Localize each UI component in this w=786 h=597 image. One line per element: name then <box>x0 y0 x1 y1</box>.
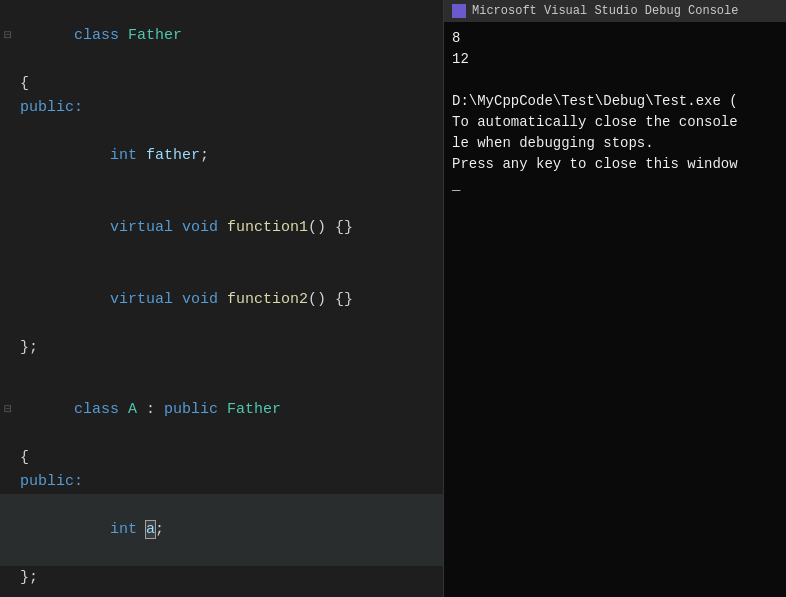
terminal-cursor: _ <box>452 177 460 193</box>
member-var: father <box>146 147 200 164</box>
keyword-int: int <box>110 521 146 538</box>
code-line: { <box>0 72 443 96</box>
output-cursor-line: _ <box>452 175 778 196</box>
output-line-2: 12 <box>452 49 778 70</box>
console-title-bar: Microsoft Visual Studio Debug Console <box>444 0 786 22</box>
code-line: public: <box>0 470 443 494</box>
brace: { <box>20 75 29 92</box>
code-line: ⊟ class A : public Father <box>0 374 443 446</box>
code-line: }; <box>0 566 443 590</box>
code-line: int father; <box>0 120 443 192</box>
code-editor[interactable]: ⊟ class Father { public: int father; vir… <box>0 0 443 597</box>
keyword-class: class <box>74 27 128 44</box>
console-title: Microsoft Visual Studio Debug Console <box>472 4 738 18</box>
func-name: function2 <box>227 291 308 308</box>
brace-close: }; <box>20 339 38 356</box>
keyword-class: class <box>74 401 128 418</box>
code-line: { <box>0 446 443 470</box>
keyword-void: void <box>182 291 227 308</box>
member-var-highlight: a <box>146 521 155 538</box>
collapse-gutter[interactable]: ⊟ <box>0 26 16 47</box>
collapse-gutter[interactable]: ⊟ <box>0 400 16 421</box>
output-blank <box>452 70 778 91</box>
class-name: Father <box>128 27 182 44</box>
code-line: virtual void function1() {} <box>0 192 443 264</box>
class-base: Father <box>227 401 281 418</box>
func-name: function1 <box>227 219 308 236</box>
console-output: 8 12 D:\MyCppCode\Test\Debug\Test.exe ( … <box>444 22 786 202</box>
section-gap <box>0 590 443 597</box>
output-line-3: D:\MyCppCode\Test\Debug\Test.exe ( <box>452 91 778 112</box>
output-line-5: le when debugging stops. <box>452 133 778 154</box>
code-line: ⊟ class Father <box>0 0 443 72</box>
code-line: virtual void function2() {} <box>0 264 443 336</box>
brace-close: }; <box>20 569 38 586</box>
keyword-int: int <box>110 147 146 164</box>
keyword-void: void <box>182 219 227 236</box>
keyword-public: public <box>164 401 227 418</box>
output-line-4: To automatically close the console <box>452 112 778 133</box>
code-line: }; <box>0 336 443 360</box>
keyword-virtual: virtual <box>110 219 182 236</box>
console-icon <box>452 4 466 18</box>
output-line-6: Press any key to close this window <box>452 154 778 175</box>
section-gap <box>0 360 443 374</box>
class-name: A <box>128 401 137 418</box>
output-line-1: 8 <box>452 28 778 49</box>
code-line: public: <box>0 96 443 120</box>
access-specifier: public: <box>20 99 83 116</box>
code-line-highlighted: int a; <box>0 494 443 566</box>
keyword-virtual: virtual <box>110 291 182 308</box>
brace: { <box>20 449 29 466</box>
access-specifier: public: <box>20 473 83 490</box>
console-panel: Microsoft Visual Studio Debug Console 8 … <box>443 0 786 597</box>
